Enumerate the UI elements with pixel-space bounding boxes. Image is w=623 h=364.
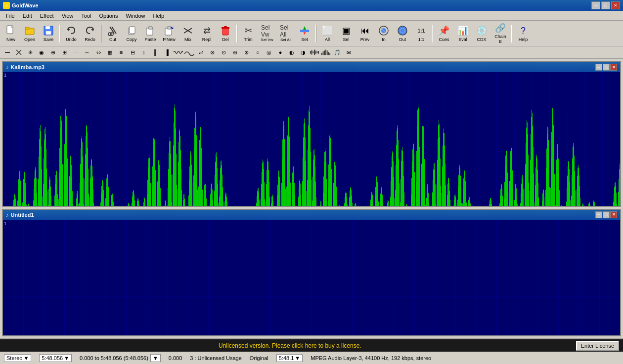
menu-view[interactable]: View bbox=[58, 12, 78, 20]
menu-window[interactable]: Window bbox=[122, 12, 149, 20]
tb2-cross-btn[interactable] bbox=[13, 47, 24, 58]
btn-trim[interactable]: ✂ Trim bbox=[239, 22, 257, 45]
btn-paste[interactable]: Paste bbox=[141, 22, 159, 45]
kalimba-ch1-canvas[interactable] bbox=[3, 72, 620, 206]
untitled-close-btn[interactable]: ✕ bbox=[610, 211, 617, 218]
menu-file[interactable]: File bbox=[2, 12, 19, 20]
kalimba-channel1[interactable]: 1 bbox=[3, 72, 620, 206]
tb2-wave2-btn[interactable] bbox=[184, 47, 195, 58]
btn-pnew[interactable]: N P.New bbox=[160, 22, 178, 45]
tb2-lines-btn[interactable]: ≡ bbox=[116, 47, 127, 58]
tb2-waveform-btn[interactable] bbox=[309, 47, 320, 58]
untitled-minimize-btn[interactable]: ─ bbox=[595, 211, 602, 218]
btn-cut[interactable]: Cut bbox=[104, 22, 122, 45]
tb2-plus-btn[interactable]: ⊕ bbox=[47, 47, 58, 58]
btn-selvw[interactable]: Sel Vw Sel Vw bbox=[258, 22, 276, 45]
btn-repl[interactable]: ⇄ Repl bbox=[198, 22, 216, 45]
svg-rect-20 bbox=[222, 28, 228, 35]
file-duration-dropdown[interactable]: 5:48.1 ▼ bbox=[276, 354, 303, 362]
mix-icon bbox=[182, 25, 194, 37]
tb2-half-circle-btn[interactable]: ◐ bbox=[286, 47, 297, 58]
main-minimize-btn[interactable]: ─ bbox=[591, 1, 600, 9]
selection-arrow[interactable]: ▼ bbox=[153, 355, 158, 361]
tb2-half-btn[interactable]: ▐ bbox=[161, 47, 172, 58]
toolbar-sep-6 bbox=[511, 25, 512, 42]
tb2-music-btn[interactable]: 🎵 bbox=[332, 47, 343, 58]
btn-save[interactable]: Save bbox=[40, 22, 57, 45]
tb2-asterisk-btn[interactable]: ✳ bbox=[25, 47, 36, 58]
btn-help[interactable]: ? Help bbox=[514, 22, 532, 45]
btn-all[interactable]: ⬜ All bbox=[318, 22, 336, 45]
kalimba-minimize-btn[interactable]: ─ bbox=[595, 64, 602, 71]
tb2-lr-btn[interactable]: ⇌ bbox=[195, 47, 206, 58]
btn-set[interactable]: Set bbox=[296, 22, 313, 45]
menu-tool[interactable]: Tool bbox=[77, 12, 95, 20]
duration-dropdown[interactable]: 5:48.056 ▼ bbox=[39, 354, 72, 362]
btn-undo[interactable]: Undo bbox=[62, 22, 80, 45]
btn-open[interactable]: Open bbox=[21, 22, 39, 45]
btn-del[interactable]: Del bbox=[217, 22, 234, 45]
menu-options[interactable]: Options bbox=[95, 12, 122, 20]
tb2-double-ring-btn[interactable]: ⊚ bbox=[229, 47, 240, 58]
tb2-mail-btn[interactable]: ✉ bbox=[343, 47, 354, 58]
tb2-filled-circle-btn[interactable]: ● bbox=[275, 47, 286, 58]
kalimba-window-controls[interactable]: ─ □ ✕ bbox=[595, 64, 617, 71]
btn-mix[interactable]: Mix bbox=[179, 22, 197, 45]
main-close-btn[interactable]: ✕ bbox=[611, 1, 620, 9]
tb2-half-circle2-btn[interactable]: ◑ bbox=[298, 47, 309, 58]
tb2-open-circle-btn[interactable]: ○ bbox=[252, 47, 263, 58]
btn-chaine[interactable]: 🔗 Chain E bbox=[491, 22, 509, 45]
btn-paste-label: Paste bbox=[144, 37, 156, 42]
btn-11[interactable]: 1:1 1:1 bbox=[412, 22, 430, 45]
license-text[interactable]: Unlicensed version. Please click here to… bbox=[4, 342, 576, 349]
kalimba-maximize-btn[interactable]: □ bbox=[603, 64, 610, 71]
untitled-waveform-container[interactable]: 1 0 1 0 bbox=[3, 220, 620, 335]
btn-new[interactable]: New bbox=[2, 22, 20, 45]
btn-eval[interactable]: 📊 Eval bbox=[454, 22, 472, 45]
enter-license-button[interactable]: Enter License bbox=[576, 341, 619, 351]
tb2-dot-btn[interactable]: ⊙ bbox=[218, 47, 229, 58]
channel-mode-arrow[interactable]: ▼ bbox=[23, 355, 29, 361]
tb2-dots-btn[interactable]: ⋯ bbox=[70, 47, 81, 58]
untitled-maximize-btn[interactable]: □ bbox=[603, 211, 610, 218]
btn-sel[interactable]: ▣ Sel bbox=[337, 22, 355, 45]
btn-copy[interactable]: Copy bbox=[123, 22, 140, 45]
btn-in[interactable]: In bbox=[375, 22, 393, 45]
tb2-wave-btn[interactable] bbox=[173, 47, 183, 58]
tb2-circle-btn[interactable]: ◉ bbox=[36, 47, 47, 58]
selection-format-dropdown[interactable]: ▼ bbox=[150, 354, 161, 362]
tb2-pipe-btn[interactable]: ║ bbox=[150, 47, 161, 58]
untitled-window-controls[interactable]: ─ □ ✕ bbox=[595, 211, 617, 218]
btn-redo[interactable]: Redo bbox=[81, 22, 99, 45]
tb2-minus-btn[interactable]: ⊟ bbox=[127, 47, 138, 58]
license-bar[interactable]: Unlicensed version. Please click here to… bbox=[0, 339, 623, 352]
untitled-ch1-canvas[interactable] bbox=[3, 220, 620, 335]
btn-out[interactable]: Out bbox=[394, 22, 411, 45]
menu-help[interactable]: Help bbox=[149, 12, 169, 20]
channel-mode-dropdown[interactable]: Stereo ▼ bbox=[4, 354, 31, 362]
btn-cdx[interactable]: 💿 CDX bbox=[473, 22, 490, 45]
tb2-block-btn[interactable]: ▦ bbox=[104, 47, 115, 58]
file-duration-arrow[interactable]: ▼ bbox=[295, 355, 300, 361]
tb2-updown-btn[interactable]: ↕ bbox=[138, 47, 149, 58]
tb2-cursor-btn[interactable] bbox=[2, 47, 13, 58]
tb2-star-ring-btn[interactable]: ⊛ bbox=[241, 47, 252, 58]
untitled-channel1[interactable]: 1 0 bbox=[3, 220, 620, 335]
btn-cues[interactable]: 📌 Cues bbox=[435, 22, 453, 45]
tb2-grid-btn[interactable]: ⊞ bbox=[59, 47, 70, 58]
tb2-exchange-btn[interactable]: ⇔ bbox=[93, 47, 104, 58]
tb2-ring-btn[interactable]: ⊗ bbox=[207, 47, 218, 58]
btn-selall[interactable]: Sel All Sel All bbox=[277, 22, 295, 45]
menu-effect[interactable]: Effect bbox=[36, 12, 58, 20]
tb2-arrows-btn[interactable]: ↔ bbox=[82, 47, 92, 58]
menu-edit[interactable]: Edit bbox=[19, 12, 36, 20]
main-window-controls[interactable]: ─ □ ✕ bbox=[591, 1, 620, 9]
duration-arrow[interactable]: ▼ bbox=[64, 355, 69, 361]
tb2-bullseye-btn[interactable]: ◎ bbox=[264, 47, 274, 58]
tb2-spectrum-btn[interactable] bbox=[320, 47, 331, 58]
main-maximize-btn[interactable]: □ bbox=[601, 1, 610, 9]
kalimba-close-btn[interactable]: ✕ bbox=[610, 64, 617, 71]
svg-rect-47 bbox=[329, 53, 330, 55]
btn-prev[interactable]: ⏮ Prev bbox=[356, 22, 374, 45]
kalimba-waveform-container[interactable]: 1 1 bbox=[3, 72, 620, 206]
